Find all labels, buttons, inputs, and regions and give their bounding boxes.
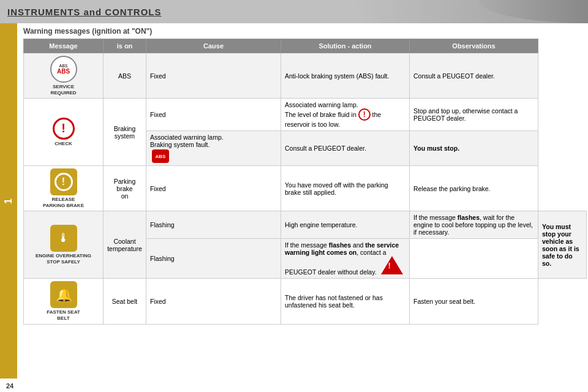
table-row-parking: ! RELEASEPARKING BRAKE Parking brake on … — [24, 166, 587, 211]
ison-cell-abs: ABS — [104, 53, 146, 99]
ison-fixed-braking: Fixed — [146, 99, 281, 131]
triangle-warn-icon — [381, 256, 403, 274]
bottom-page-number: 24 — [6, 382, 13, 390]
ison-cell-seatbelt: Seat belt — [104, 279, 146, 324]
solution-cell-parking: Release the parking brake. — [410, 166, 538, 211]
icon-cell-abs: ABS ABS SERVICEREQUIRED — [28, 56, 99, 96]
ison-cell-coolant: Coolant temperature — [104, 211, 146, 279]
warning-table: Message is on Cause Solution - action Ob… — [23, 39, 587, 325]
cause-cell-coolant-b: Flashing — [146, 239, 281, 279]
cause-cell-coolant-a: Flashing — [146, 211, 281, 239]
abs-icon: ABS ABS — [50, 56, 77, 83]
col-header-message: Message — [24, 39, 104, 53]
cause-cell-seatbelt: The driver has not fastened or has unfas… — [281, 279, 410, 324]
icon-cell-coolant: 🌡 ENGINE OVERHEATINGSTOP SAFELY — [28, 225, 99, 265]
parking-icon: ! — [50, 168, 77, 195]
seatbelt-icon: 🔔 — [50, 281, 77, 308]
cause-cell-braking-b: Associated warning lamp. Braking system … — [146, 131, 281, 166]
obs-cell-braking-b: You must stop. — [410, 131, 538, 166]
table-row-braking-a: ! CHECK Braking system Fixed Associated … — [24, 99, 587, 131]
engine-icon: 🌡 — [50, 225, 77, 252]
ison-fixed-abs: Fixed — [146, 53, 281, 99]
ison-cell-braking: Braking system — [104, 99, 146, 166]
exclaim-icon: ! — [53, 118, 75, 140]
solution-cell-braking-a: Stop and top up, otherwise contact a PEU… — [410, 99, 538, 131]
message-cell-parking: ! RELEASEPARKING BRAKE — [24, 166, 104, 211]
table-header-row: Message is on Cause Solution - action Ob… — [24, 39, 587, 53]
table-row-seatbelt: 🔔 FASTEN SEATBELT Seat belt Fixed The dr… — [24, 279, 587, 324]
cause-cell-abs: Anti-lock braking system (ABS) fault. — [281, 53, 410, 99]
page-header: INSTRUMENTS and CONTROLS — [0, 0, 588, 23]
cause-coolant-a: High engine temperature. — [281, 211, 410, 239]
page-number-tab: 1 — [0, 23, 17, 379]
message-cell-abs: ABS ABS SERVICEREQUIRED — [24, 53, 104, 99]
message-cell-braking: ! CHECK — [24, 99, 104, 166]
table-row: ABS ABS SERVICEREQUIRED ABS Fixed Anti-l… — [24, 53, 587, 99]
seatbelt-svg: 🔔 — [53, 284, 75, 306]
section-title: Warning messages (ignition at "ON") — [23, 27, 582, 36]
col-header-observations: Observations — [410, 39, 538, 53]
engine-svg: 🌡 — [53, 227, 75, 249]
col-header-cause: Cause — [146, 39, 281, 53]
solution-coolant-a: If the message flashes, wait for the eng… — [410, 211, 538, 239]
header-curve — [466, 0, 588, 23]
message-cell-coolant: 🌡 ENGINE OVERHEATINGSTOP SAFELY — [24, 211, 104, 279]
svg-text:🌡: 🌡 — [58, 231, 70, 244]
cause-fixed-parking: Fixed — [146, 166, 281, 211]
message-cell-seatbelt: 🔔 FASTEN SEATBELT — [24, 279, 104, 324]
table-row-coolant-a: 🌡 ENGINE OVERHEATINGSTOP SAFELY Coolant … — [24, 211, 587, 239]
icon-cell-braking: ! CHECK — [28, 118, 99, 147]
obs-coolant: You must stop your vehicle as soon as it… — [538, 211, 587, 279]
icon-cell-parking: ! RELEASEPARKING BRAKE — [28, 168, 99, 208]
page-number: 1 — [3, 198, 14, 204]
header-title: INSTRUMENTS and CONTROLS — [7, 7, 162, 17]
inline-abs-icon: ABS — [152, 149, 169, 163]
main-content: Warning messages (ignition at "ON") Mess… — [17, 23, 588, 328]
solution-cell-seatbelt: Fasten your seat belt. — [410, 279, 538, 324]
solution-coolant-b: If the message flashes and the service w… — [281, 239, 410, 279]
solution-cell-abs: Consult a PEUGEOT dealer. — [410, 53, 538, 99]
svg-text:🔔: 🔔 — [55, 287, 72, 303]
col-header-solution: Solution - action — [281, 39, 410, 53]
cause-cell-parking: You have moved off with the parking brak… — [281, 166, 410, 211]
cause-fixed-seatbelt: Fixed — [146, 279, 281, 324]
inline-exclaim-icon: ! — [358, 108, 371, 121]
icon-cell-seatbelt: 🔔 FASTEN SEATBELT — [28, 281, 99, 321]
ison-cell-parking: Parking brake on — [104, 166, 146, 211]
col-header-ison: is on — [104, 39, 146, 53]
parking-exclaim: ! — [55, 173, 73, 191]
solution-cell-braking-b: Consult a PEUGEOT dealer. — [281, 131, 410, 166]
cause-cell-braking-a: Associated warning lamp. The level of br… — [281, 99, 410, 131]
